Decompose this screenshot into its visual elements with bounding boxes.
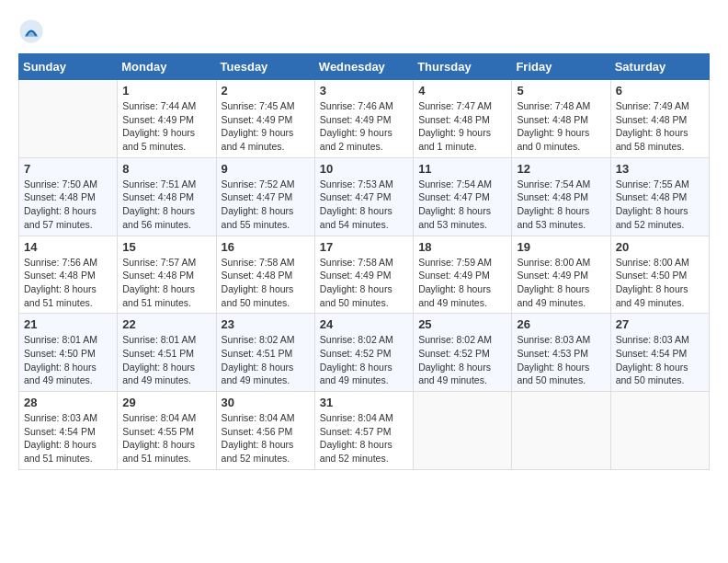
day-number: 12 xyxy=(517,162,605,176)
day-number: 17 xyxy=(320,240,408,254)
calendar-cell: 3Sunrise: 7:46 AMSunset: 4:49 PMDaylight… xyxy=(314,80,413,158)
day-number: 24 xyxy=(320,317,408,331)
calendar-week-3: 21Sunrise: 8:01 AMSunset: 4:50 PMDayligh… xyxy=(19,314,710,392)
day-number: 26 xyxy=(517,317,605,331)
calendar-week-0: 1Sunrise: 7:44 AMSunset: 4:49 PMDaylight… xyxy=(19,80,710,158)
calendar-week-4: 28Sunrise: 8:03 AMSunset: 4:54 PMDayligh… xyxy=(19,392,710,470)
calendar-cell: 10Sunrise: 7:53 AMSunset: 4:47 PMDayligh… xyxy=(314,157,413,236)
day-info: Sunrise: 7:55 AMSunset: 4:48 PMDaylight:… xyxy=(616,178,704,232)
calendar-cell: 23Sunrise: 8:02 AMSunset: 4:51 PMDayligh… xyxy=(216,314,314,392)
day-number: 29 xyxy=(122,396,210,409)
day-info: Sunrise: 8:03 AMSunset: 4:53 PMDaylight:… xyxy=(517,333,605,387)
calendar-cell: 16Sunrise: 7:58 AMSunset: 4:48 PMDayligh… xyxy=(216,236,314,314)
calendar-cell: 31Sunrise: 8:04 AMSunset: 4:57 PMDayligh… xyxy=(314,392,413,470)
day-number: 14 xyxy=(24,240,112,254)
day-info: Sunrise: 7:54 AMSunset: 4:48 PMDaylight:… xyxy=(517,178,605,232)
day-number: 27 xyxy=(616,317,704,331)
day-info: Sunrise: 7:58 AMSunset: 4:49 PMDaylight:… xyxy=(320,256,408,310)
day-number: 2 xyxy=(222,84,310,98)
day-number: 16 xyxy=(222,240,310,254)
calendar-cell: 21Sunrise: 8:01 AMSunset: 4:50 PMDayligh… xyxy=(19,314,118,392)
weekday-header-tuesday: Tuesday xyxy=(216,54,314,80)
day-info: Sunrise: 8:02 AMSunset: 4:52 PMDaylight:… xyxy=(320,333,408,387)
calendar-body: 1Sunrise: 7:44 AMSunset: 4:49 PMDaylight… xyxy=(19,80,710,470)
calendar-cell: 9Sunrise: 7:52 AMSunset: 4:47 PMDaylight… xyxy=(216,157,314,236)
weekday-header-saturday: Saturday xyxy=(610,54,709,80)
calendar-cell: 11Sunrise: 7:54 AMSunset: 4:47 PMDayligh… xyxy=(414,157,512,236)
day-info: Sunrise: 7:48 AMSunset: 4:48 PMDaylight:… xyxy=(517,99,605,154)
logo xyxy=(18,18,48,44)
day-number: 11 xyxy=(418,162,506,176)
day-info: Sunrise: 8:03 AMSunset: 4:54 PMDaylight:… xyxy=(24,411,112,465)
day-info: Sunrise: 8:02 AMSunset: 4:52 PMDaylight:… xyxy=(418,333,506,387)
day-info: Sunrise: 7:52 AMSunset: 4:47 PMDaylight:… xyxy=(222,178,310,232)
day-number: 30 xyxy=(222,396,310,409)
calendar-cell: 1Sunrise: 7:44 AMSunset: 4:49 PMDaylight… xyxy=(118,80,216,158)
day-info: Sunrise: 8:02 AMSunset: 4:51 PMDaylight:… xyxy=(222,333,310,387)
day-number: 1 xyxy=(122,84,210,98)
calendar-cell: 12Sunrise: 7:54 AMSunset: 4:48 PMDayligh… xyxy=(512,157,610,236)
day-info: Sunrise: 8:04 AMSunset: 4:55 PMDaylight:… xyxy=(122,411,210,465)
day-number: 22 xyxy=(122,317,210,331)
calendar-week-1: 7Sunrise: 7:50 AMSunset: 4:48 PMDaylight… xyxy=(19,157,710,236)
calendar-cell: 15Sunrise: 7:57 AMSunset: 4:48 PMDayligh… xyxy=(118,236,216,314)
day-number: 28 xyxy=(24,396,112,409)
day-number: 10 xyxy=(320,162,408,176)
day-info: Sunrise: 8:04 AMSunset: 4:57 PMDaylight:… xyxy=(320,411,408,465)
day-info: Sunrise: 7:45 AMSunset: 4:49 PMDaylight:… xyxy=(222,99,310,154)
day-info: Sunrise: 8:03 AMSunset: 4:54 PMDaylight:… xyxy=(616,333,704,387)
day-info: Sunrise: 7:51 AMSunset: 4:48 PMDaylight:… xyxy=(122,178,210,232)
day-info: Sunrise: 8:04 AMSunset: 4:56 PMDaylight:… xyxy=(222,411,310,465)
calendar-cell: 4Sunrise: 7:47 AMSunset: 4:48 PMDaylight… xyxy=(414,80,512,158)
calendar-header: SundayMondayTuesdayWednesdayThursdayFrid… xyxy=(19,54,710,80)
day-info: Sunrise: 7:58 AMSunset: 4:48 PMDaylight:… xyxy=(222,256,310,310)
calendar-cell: 13Sunrise: 7:55 AMSunset: 4:48 PMDayligh… xyxy=(610,157,709,236)
day-number: 20 xyxy=(616,240,704,254)
calendar-cell: 19Sunrise: 8:00 AMSunset: 4:49 PMDayligh… xyxy=(512,236,610,314)
calendar-cell xyxy=(414,392,512,470)
day-info: Sunrise: 8:01 AMSunset: 4:50 PMDaylight:… xyxy=(24,333,112,387)
day-info: Sunrise: 7:46 AMSunset: 4:49 PMDaylight:… xyxy=(320,99,408,154)
calendar-cell: 29Sunrise: 8:04 AMSunset: 4:55 PMDayligh… xyxy=(118,392,216,470)
day-number: 6 xyxy=(616,84,704,98)
calendar-cell: 30Sunrise: 8:04 AMSunset: 4:56 PMDayligh… xyxy=(216,392,314,470)
weekday-header-thursday: Thursday xyxy=(414,54,512,80)
day-number: 31 xyxy=(320,396,408,409)
calendar-cell: 24Sunrise: 8:02 AMSunset: 4:52 PMDayligh… xyxy=(314,314,413,392)
day-info: Sunrise: 8:01 AMSunset: 4:51 PMDaylight:… xyxy=(122,333,210,387)
day-info: Sunrise: 7:53 AMSunset: 4:47 PMDaylight:… xyxy=(320,178,408,232)
calendar-cell: 22Sunrise: 8:01 AMSunset: 4:51 PMDayligh… xyxy=(118,314,216,392)
calendar-cell: 28Sunrise: 8:03 AMSunset: 4:54 PMDayligh… xyxy=(19,392,118,470)
calendar-cell xyxy=(512,392,610,470)
day-number: 23 xyxy=(222,317,310,331)
day-info: Sunrise: 7:56 AMSunset: 4:48 PMDaylight:… xyxy=(24,256,112,310)
calendar-week-2: 14Sunrise: 7:56 AMSunset: 4:48 PMDayligh… xyxy=(19,236,710,314)
day-info: Sunrise: 8:00 AMSunset: 4:50 PMDaylight:… xyxy=(616,256,704,310)
day-info: Sunrise: 7:59 AMSunset: 4:49 PMDaylight:… xyxy=(418,256,506,310)
calendar-cell: 25Sunrise: 8:02 AMSunset: 4:52 PMDayligh… xyxy=(414,314,512,392)
day-info: Sunrise: 7:44 AMSunset: 4:49 PMDaylight:… xyxy=(122,99,210,154)
calendar-cell: 20Sunrise: 8:00 AMSunset: 4:50 PMDayligh… xyxy=(610,236,709,314)
day-number: 25 xyxy=(418,317,506,331)
weekday-header-sunday: Sunday xyxy=(19,54,118,80)
calendar-cell: 18Sunrise: 7:59 AMSunset: 4:49 PMDayligh… xyxy=(414,236,512,314)
calendar-cell: 27Sunrise: 8:03 AMSunset: 4:54 PMDayligh… xyxy=(610,314,709,392)
day-info: Sunrise: 7:54 AMSunset: 4:47 PMDaylight:… xyxy=(418,178,506,232)
weekday-header-friday: Friday xyxy=(512,54,610,80)
calendar-table: SundayMondayTuesdayWednesdayThursdayFrid… xyxy=(18,53,710,470)
weekday-header-monday: Monday xyxy=(118,54,216,80)
day-number: 9 xyxy=(222,162,310,176)
day-number: 5 xyxy=(517,84,605,98)
calendar-cell: 26Sunrise: 8:03 AMSunset: 4:53 PMDayligh… xyxy=(512,314,610,392)
day-number: 4 xyxy=(418,84,506,98)
day-info: Sunrise: 7:57 AMSunset: 4:48 PMDaylight:… xyxy=(122,256,210,310)
calendar-cell xyxy=(610,392,709,470)
day-number: 13 xyxy=(616,162,704,176)
weekday-header-wednesday: Wednesday xyxy=(314,54,413,80)
day-info: Sunrise: 7:50 AMSunset: 4:48 PMDaylight:… xyxy=(24,178,112,232)
calendar-cell: 2Sunrise: 7:45 AMSunset: 4:49 PMDaylight… xyxy=(216,80,314,158)
day-number: 19 xyxy=(517,240,605,254)
weekday-row: SundayMondayTuesdayWednesdayThursdayFrid… xyxy=(19,54,710,80)
day-number: 8 xyxy=(122,162,210,176)
day-number: 18 xyxy=(418,240,506,254)
